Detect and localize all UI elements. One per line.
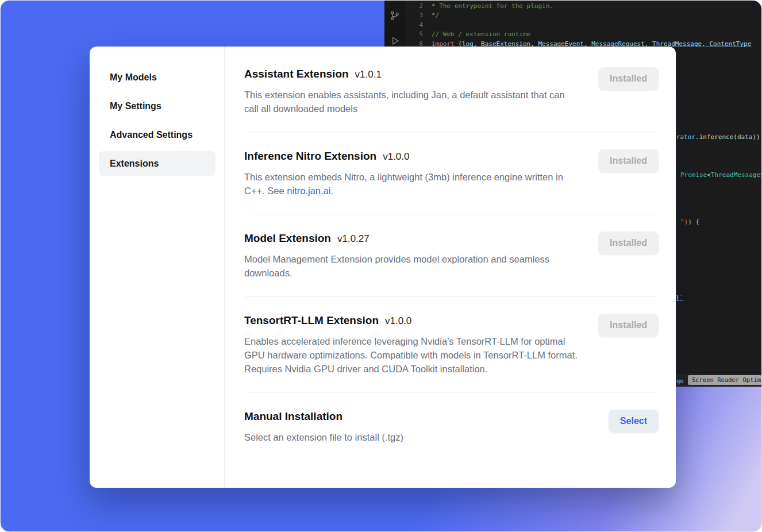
- code-text: * The entrypoint for the plugin.: [432, 2, 553, 10]
- extensions-panel: Assistant Extension v1.0.1 This extensio…: [225, 47, 676, 488]
- extension-description: This extension enables assistants, inclu…: [244, 88, 580, 115]
- code-fragment: ")) {: [680, 218, 699, 227]
- extension-version: v1.0.1: [355, 69, 382, 80]
- installed-button[interactable]: Installed: [598, 149, 659, 172]
- extension-description: Model Management Extension provides mode…: [244, 252, 580, 280]
- source-control-icon[interactable]: [389, 10, 401, 21]
- extension-row-manual-install: Manual Installation Select an extension …: [244, 392, 659, 460]
- extension-row-model: Model Extension v1.0.27 Model Management…: [244, 214, 659, 296]
- app-screenshot: 2* The entrypoint for the plugin. 3*/ 4 …: [0, 0, 762, 532]
- run-debug-icon[interactable]: [389, 35, 401, 47]
- extension-title: TensortRT-LLM Extension: [244, 313, 379, 329]
- extension-version: v1.0.0: [383, 151, 409, 163]
- extension-title: Manual Installation: [244, 408, 342, 425]
- extension-title: Inference Nitro Extension: [244, 148, 376, 164]
- code-fragment: rator.inference(data));: [676, 133, 762, 142]
- extension-title: Model Extension: [244, 230, 331, 246]
- code-fragment: Promise<ThreadMessage>: [680, 171, 762, 180]
- status-text: go: [676, 376, 684, 385]
- settings-card: My Models My Settings Advanced Settings …: [90, 47, 676, 488]
- extension-title: Assistant Extension: [244, 66, 349, 82]
- installed-button[interactable]: Installed: [598, 232, 659, 255]
- code-line: 3*/: [405, 11, 762, 20]
- code-line: 5// Web / extension runtime: [405, 30, 762, 39]
- sidebar-item-advanced-settings[interactable]: Advanced Settings: [99, 122, 215, 148]
- nitro-link[interactable]: nitro.jan.ai: [287, 186, 330, 196]
- code-text: */: [432, 11, 439, 19]
- select-file-button[interactable]: Select: [609, 410, 659, 433]
- sidebar-item-my-settings[interactable]: My Settings: [99, 94, 215, 119]
- screen-reader-badge[interactable]: Screen Reader Optimize: [688, 375, 761, 385]
- extension-version: v1.0.0: [385, 315, 411, 327]
- line-number: 2: [405, 2, 432, 11]
- settings-sidebar: My Models My Settings Advanced Settings …: [90, 47, 225, 488]
- code-line: 4: [405, 21, 762, 30]
- extension-description: Select an extension file to install (.tg…: [244, 430, 580, 444]
- sidebar-item-my-models[interactable]: My Models: [99, 65, 215, 90]
- extension-description: This extension embeds Nitro, a lightweig…: [244, 170, 580, 198]
- sidebar-item-label: My Settings: [110, 101, 161, 111]
- code-line: 2* The entrypoint for the plugin.: [405, 2, 762, 11]
- code-text: // Web / extension runtime: [432, 30, 530, 38]
- sidebar-item-extensions[interactable]: Extensions: [99, 151, 215, 176]
- line-number: 5: [405, 30, 432, 39]
- extension-version: v1.0.27: [337, 233, 370, 245]
- sidebar-item-label: Extensions: [110, 159, 159, 169]
- extension-row-assistant: Assistant Extension v1.0.1 This extensio…: [244, 50, 659, 132]
- sidebar-item-label: My Models: [110, 72, 157, 83]
- line-number: 3: [405, 11, 432, 20]
- installed-button[interactable]: Installed: [598, 67, 659, 90]
- installed-button[interactable]: Installed: [598, 314, 659, 337]
- extension-row-tensorrt: TensortRT-LLM Extension v1.0.0 Enables a…: [244, 296, 659, 392]
- extension-row-nitro: Inference Nitro Extension v1.0.0 This ex…: [244, 132, 659, 214]
- sidebar-item-label: Advanced Settings: [110, 130, 193, 140]
- code-lines: 2* The entrypoint for the plugin. 3*/ 4 …: [405, 2, 762, 49]
- extension-description: Enables accelerated inference leveraging…: [244, 334, 580, 376]
- line-number: 4: [405, 21, 432, 30]
